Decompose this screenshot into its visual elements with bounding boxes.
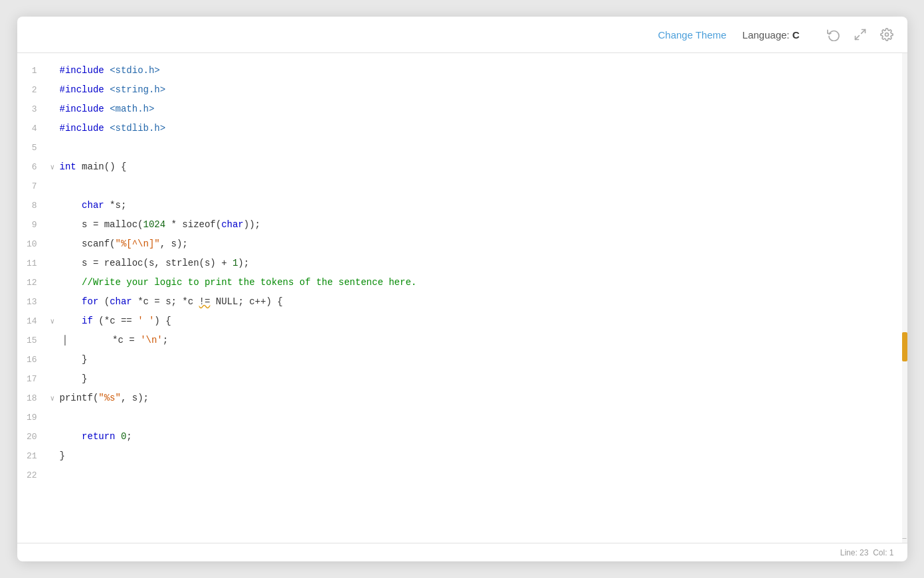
scrollbar-end[interactable]: — — [902, 533, 907, 543]
settings-icon[interactable] — [879, 27, 894, 42]
history-icon[interactable] — [826, 27, 841, 42]
line-6: 6 ∨ int main() { — [17, 157, 907, 177]
line-11: 11 s = realloc(s, strlen(s) + 1); — [17, 254, 907, 273]
line-1: 1 #include <stdio.h> — [17, 61, 907, 80]
language-value: C — [792, 29, 800, 41]
line-8: 8 char *s; — [17, 196, 907, 215]
language-label: Language: C — [743, 29, 800, 41]
line-5: 5 — [17, 138, 907, 157]
editor-window: Change Theme Language: C — [17, 17, 907, 561]
svg-line-0 — [861, 30, 865, 34]
line-18: 18 ∨ printf("%s", s); — [17, 389, 907, 408]
line-19: 19 — [17, 408, 907, 427]
line-12: 12 //Write your logic to print the token… — [17, 273, 907, 292]
toolbar: Change Theme Language: C — [17, 17, 907, 53]
status-bar: Line: 23 Col: 1 — [17, 543, 907, 561]
line-21: 21 } — [17, 446, 907, 466]
line-10: 10 scanf("%[^\n]", s); — [17, 235, 907, 254]
svg-point-2 — [885, 33, 888, 37]
svg-line-1 — [855, 36, 859, 40]
line-2: 2 #include <string.h> — [17, 80, 907, 100]
line-9: 9 s = malloc(1024 * sizeof(char)); — [17, 215, 907, 235]
line-15: 15 │ *c = '\n'; — [17, 331, 907, 350]
editor-body: 1 #include <stdio.h> 2 #include <string.… — [17, 53, 907, 543]
code-area[interactable]: 1 #include <stdio.h> 2 #include <string.… — [17, 53, 907, 543]
toolbar-icons — [826, 27, 894, 42]
line-22: 22 — [17, 466, 907, 485]
line-7: 7 — [17, 177, 907, 196]
line-13: 13 for (char *c = s; *c != NULL; c++) { — [17, 292, 907, 312]
line-16: 16 } — [17, 350, 907, 369]
status-position: Line: 23 Col: 1 — [840, 548, 894, 557]
scrollbar-thumb[interactable] — [902, 332, 907, 361]
line-4: 4 #include <stdlib.h> — [17, 119, 907, 138]
line-14: 14 ∨ if (*c == ' ') { — [17, 312, 907, 331]
line-3: 3 #include <math.h> — [17, 100, 907, 119]
fullscreen-icon[interactable] — [853, 27, 868, 42]
change-theme-button[interactable]: Change Theme — [658, 29, 726, 41]
toolbar-left: Change Theme Language: C — [658, 29, 799, 41]
line-17: 17 } — [17, 369, 907, 389]
vertical-scrollbar[interactable]: — — [902, 53, 907, 543]
line-20: 20 return 0; — [17, 427, 907, 446]
